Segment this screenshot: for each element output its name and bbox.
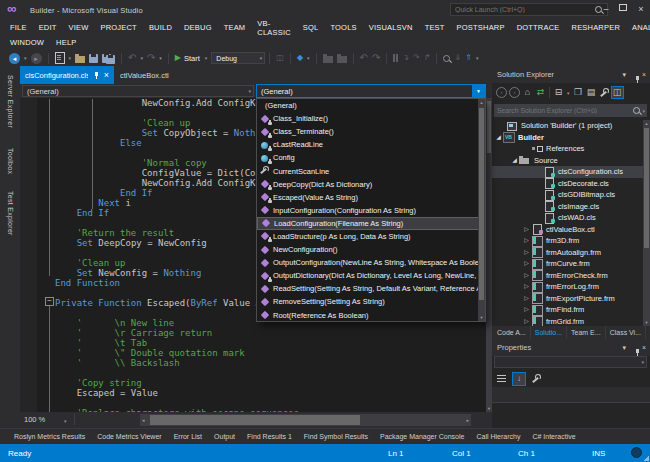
code-line[interactable]: ConfigValue = Dict(ConfigKe <box>55 168 288 178</box>
scroll-down-arrow-icon[interactable]: ▼ <box>643 320 650 325</box>
menu-item-build[interactable]: BUILD <box>143 23 178 32</box>
scrollbar-thumb[interactable] <box>487 101 491 153</box>
toolbar-overflow-icon[interactable]: ▾ <box>474 55 481 61</box>
menu-item-postsharp[interactable]: POSTSHARP <box>451 23 511 32</box>
tree-item-solution-builder-1-project[interactable]: Solution 'Builder' (1 project) <box>492 120 643 132</box>
members-combo[interactable]: (General) ▼ <box>256 84 486 98</box>
preview-selected-items-button[interactable]: ◫ <box>611 86 624 99</box>
navigate-down-button[interactable]: ⇓ <box>452 51 463 65</box>
sidebar-tab-toolbox[interactable]: Toolbox <box>2 142 18 180</box>
expander-open-icon[interactable] <box>494 132 503 143</box>
bottom-tab-find-symbol-results[interactable]: Find Symbol Results <box>298 433 374 440</box>
bottom-tab-package-manager-console[interactable]: Package Manager Console <box>374 433 470 440</box>
menu-item-team[interactable]: TEAM <box>218 23 252 32</box>
tree-item-clsdecorate-cls[interactable]: clsDecorate.cls <box>492 178 643 190</box>
chevron-down-icon[interactable]: ▼ <box>472 85 485 97</box>
dropdown-scrollbar[interactable]: ▲ ▼ <box>478 99 485 321</box>
tree-item-frmerrorcheck-frm[interactable]: frmErrorCheck.frm <box>492 270 643 282</box>
navigate-forward-button[interactable]: ▸ <box>29 51 44 65</box>
solution-explorer-title-bar[interactable]: Solution Explorer ▾ × <box>492 66 650 83</box>
solution-configuration-combo[interactable]: Debug ▾ <box>211 52 265 64</box>
redo-dropdown-icon[interactable]: ▾ <box>157 55 164 61</box>
alphabetical-sort-button[interactable]: ↓ <box>512 372 526 386</box>
resize-grip[interactable] <box>643 455 649 461</box>
code-line[interactable]: End If <box>55 188 153 198</box>
member-item-loadstructure-p-as-long-data-as-string[interactable]: LoadStructure(p As Long, Data As String) <box>257 230 479 243</box>
menu-item-sql[interactable]: SQL <box>297 23 325 32</box>
menu-item-test[interactable]: TEST <box>419 23 451 32</box>
menu-item-vb-classic[interactable]: VB-CLASSIC <box>251 19 297 37</box>
close-icon[interactable]: × <box>638 344 650 351</box>
menu-item-dottrace[interactable]: DOTTRACE <box>511 23 566 32</box>
menu-item-help[interactable]: HELP <box>50 38 82 47</box>
menu-item-resharper[interactable]: RESHARPER <box>566 23 626 32</box>
editor-tab-ctlvaluebox-ctl[interactable]: ctlValueBox.ctl <box>115 66 185 84</box>
editor-horizontal-scrollbar[interactable]: ◂ ▸ <box>140 414 471 426</box>
back-button[interactable]: ‹ <box>495 86 508 99</box>
fold-collapse-icon[interactable] <box>45 297 54 306</box>
redo-button[interactable]: ↷ <box>145 51 157 65</box>
tree-item-references[interactable]: References <box>492 143 643 155</box>
member-item-outputconfiguration-newline-as-string-whitespace-as-boolea[interactable]: OutputConfiguration(NewLine As String, W… <box>257 256 479 269</box>
bottom-tab-error-list[interactable]: Error List <box>168 433 208 440</box>
panel-tab-code-a[interactable]: Code A... <box>493 326 531 339</box>
scroll-right-arrow-icon[interactable]: ▸ <box>466 417 469 423</box>
code-line[interactable]: ' \n New line <box>55 318 174 328</box>
extension-button[interactable]: ◆ <box>295 51 305 65</box>
step-out-button[interactable]: ↱ <box>422 51 433 65</box>
tree-item-frm3d-frm[interactable]: frm3D.frm <box>492 235 643 247</box>
title-bar[interactable]: ∞ Builder - Microsoft Visual Studio – × <box>0 0 650 20</box>
scrollbar-thumb[interactable] <box>644 128 649 248</box>
expander-closed-icon[interactable] <box>522 293 531 304</box>
menu-item-tools[interactable]: TOOLS <box>324 23 362 32</box>
scroll-left-arrow-icon[interactable]: ◂ <box>142 417 145 423</box>
attach-to-process-button[interactable]: ◫ <box>274 51 286 65</box>
code-line[interactable]: 'Normal copy <box>55 158 207 168</box>
sidebar-tab-test-explorer[interactable]: Test Explorer <box>2 186 18 240</box>
menu-item-file[interactable]: FILE <box>4 23 33 32</box>
properties-grid[interactable] <box>492 387 650 402</box>
maximize-button[interactable] <box>615 2 631 16</box>
member-item-removesetting-setting-as-string[interactable]: RemoveSetting(Setting As String) <box>257 295 479 308</box>
home-button[interactable]: ⌂ <box>521 86 534 99</box>
code-line[interactable]: 'Clean up <box>55 118 190 128</box>
find-symbol-button[interactable] <box>441 51 452 65</box>
tree-item-clswad-cls[interactable]: clsWAD.cls <box>492 212 643 224</box>
member-item-general[interactable]: (General) <box>257 99 479 112</box>
tree-item-frmcurve-frm[interactable]: frmCurve.frm <box>492 258 643 270</box>
quick-launch-input[interactable] <box>451 6 595 13</box>
close-icon[interactable]: × <box>638 71 650 78</box>
tree-item-source[interactable]: Source <box>492 155 643 167</box>
pin-icon[interactable] <box>93 71 100 80</box>
tree-item-frmexportpicture-frm[interactable]: frmExportPicture.frm <box>492 293 643 305</box>
code-line[interactable]: Next i <box>55 198 131 208</box>
redo-history-button[interactable]: ↷ <box>370 51 382 65</box>
member-item-deepcopy-dict-as-dictionary[interactable]: DeepCopy(Dict As Dictionary) <box>257 178 479 191</box>
forward-button[interactable]: › <box>508 86 521 99</box>
member-item-class-terminate[interactable]: Class_Terminate() <box>257 125 479 138</box>
deploy-folder-button[interactable] <box>321 51 335 65</box>
tree-item-clsimage-cls[interactable]: clsImage.cls <box>492 201 643 213</box>
properties-title-bar[interactable]: Properties ▾ × <box>492 339 650 356</box>
code-line[interactable]: NewConfig.Add ConfigKeys( <box>55 178 277 188</box>
code-line[interactable]: Else <box>55 138 142 148</box>
expander-closed-icon[interactable] <box>522 247 531 258</box>
menu-item-visualsvn[interactable]: VISUALSVN <box>363 23 419 32</box>
member-item-loadconfiguration-filename-as-string[interactable]: LoadConfiguration(Filename As String) <box>257 217 479 230</box>
properties-button[interactable] <box>598 86 611 99</box>
menu-item-analyze[interactable]: ANALYZE <box>626 23 650 32</box>
editor-tab-clsconfiguration-cls[interactable]: clsConfiguration.cls× <box>20 66 114 84</box>
expander-closed-icon[interactable] <box>522 270 531 281</box>
code-line[interactable]: 'Clean up <box>55 258 125 268</box>
window-position-dropdown-icon[interactable]: ▾ <box>618 71 630 79</box>
window-position-dropdown-icon[interactable]: ▾ <box>618 344 630 352</box>
member-item-currentscanline[interactable]: CurrentScanLine <box>257 164 479 177</box>
expander-closed-icon[interactable] <box>522 258 531 269</box>
code-line[interactable]: 'Copy string <box>55 378 142 388</box>
code-line[interactable]: End If <box>55 208 109 218</box>
member-item-config[interactable]: Config <box>257 151 479 164</box>
scroll-up-arrow-icon[interactable]: ▲ <box>643 121 650 126</box>
publish-folder-button[interactable] <box>335 51 349 65</box>
new-project-button[interactable] <box>53 51 67 65</box>
code-line[interactable]: End Function <box>55 278 120 288</box>
